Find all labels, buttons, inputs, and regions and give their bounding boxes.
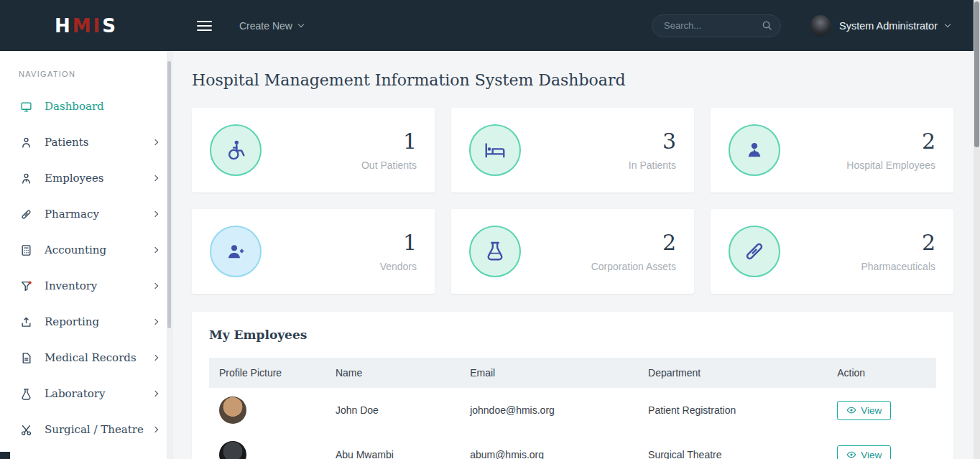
inventory-icon: [20, 280, 34, 292]
sidebar-item-inventory[interactable]: Inventory: [0, 268, 172, 304]
sidebar-item-label: Pharmacy: [45, 208, 99, 221]
stat-card-hospital-employees: 2 Hospital Employees: [711, 108, 953, 193]
user-avatar: [810, 15, 831, 37]
scissors-icon: [20, 424, 34, 436]
stat-label: Hospital Employees: [846, 159, 935, 171]
sidebar-item-patients[interactable]: Patients: [0, 124, 172, 160]
sidebar-item-label: Medical Records: [45, 351, 137, 364]
chevron-right-icon: [152, 247, 158, 253]
table-row: John Doe johndoe@hmis.org Patient Regist…: [209, 388, 936, 432]
eye-icon: [846, 450, 856, 459]
stat-card-vendors: 1 Vendors: [192, 209, 435, 294]
create-new-label: Create New: [239, 20, 292, 32]
sidebar-item-label: Employees: [45, 172, 104, 185]
hamburger-menu-icon[interactable]: [194, 15, 215, 37]
sidebar-item-employees[interactable]: Employees: [0, 160, 172, 196]
col-department: Department: [638, 358, 827, 388]
nav-section-label: NAVIGATION: [0, 51, 172, 88]
page-scrollbar-track[interactable]: [974, 0, 980, 459]
my-employees-panel: My Employees Profile Picture Name Email …: [192, 312, 953, 459]
page-title: Hospital Management Information System D…: [192, 71, 953, 89]
stat-card-corporation-assets: 2 Corporation Assets: [451, 209, 694, 294]
chevron-right-icon: [152, 139, 158, 145]
sidebar-item-dashboard[interactable]: Dashboard: [0, 88, 172, 124]
patients-icon: [20, 136, 34, 149]
employees-icon: [20, 172, 34, 185]
stat-value: 3: [629, 129, 676, 153]
sidebar-item-accounting[interactable]: Accounting: [0, 232, 172, 268]
view-button[interactable]: View: [837, 401, 891, 420]
chevron-down-icon: [298, 21, 304, 27]
medical-records-icon: [20, 352, 34, 364]
employee-avatar: [219, 397, 246, 424]
sidebar-item-label: Inventory: [45, 279, 97, 292]
panel-title: My Employees: [209, 328, 936, 342]
stat-label: Out Patients: [361, 159, 417, 171]
chevron-right-icon: [152, 355, 158, 361]
col-action: Action: [827, 358, 936, 388]
sidebar-item-label: Dashboard: [45, 100, 104, 113]
sidebar-item-surgical-theatre[interactable]: Surgical / Theatre: [0, 412, 172, 448]
employees-table: Profile Picture Name Email Department Ac…: [209, 358, 936, 459]
chevron-down-icon: [945, 21, 951, 27]
chevron-right-icon: [152, 319, 158, 325]
view-button-label: View: [861, 405, 882, 416]
view-button[interactable]: View: [837, 445, 891, 459]
main-content: Hospital Management Information System D…: [172, 51, 980, 459]
stat-value: 2: [861, 231, 936, 254]
chevron-right-icon: [152, 391, 158, 397]
search-icon[interactable]: [762, 20, 772, 34]
stat-card-out-patients: 1 Out Patients: [192, 108, 435, 193]
logo-wrap: HMIS: [0, 15, 172, 37]
employee-name: Abu Mwambi: [325, 432, 460, 459]
stat-label: In Patients: [629, 159, 676, 171]
sidebar-item-label: Accounting: [45, 244, 106, 256]
stat-value: 2: [846, 129, 935, 153]
employee-email: abum@hmis.org: [460, 432, 638, 459]
table-header-row: Profile Picture Name Email Department Ac…: [209, 358, 936, 388]
chevron-right-icon: [152, 211, 158, 217]
sidebar-item-label: Reporting: [45, 315, 99, 328]
table-row: Abu Mwambi abum@hmis.org Surgical Theatr…: [209, 432, 936, 459]
sidebar-item-label: Laboratory: [45, 387, 105, 400]
user-name: System Administrator: [839, 20, 938, 32]
sidebar: NAVIGATION Dashboard Patients Employees: [0, 51, 172, 459]
employee-avatar: [219, 441, 246, 459]
sidebar-bottom-strip: [0, 452, 10, 459]
sidebar-item-laboratory[interactable]: Laboratory: [0, 376, 172, 412]
accounting-icon: [20, 244, 34, 256]
app-logo[interactable]: HMIS: [55, 15, 118, 37]
page-scrollbar-thumb[interactable]: [974, 1, 979, 147]
sidebar-item-reporting[interactable]: Reporting: [0, 304, 172, 340]
stat-label: Corporation Assets: [591, 261, 676, 272]
sidebar-item-label: Surgical / Theatre: [45, 423, 144, 436]
wheelchair-icon: [210, 124, 262, 176]
chevron-right-icon: [152, 283, 158, 289]
laboratory-icon: [20, 388, 34, 400]
stat-value: 1: [380, 231, 417, 254]
employee-icon: [729, 124, 780, 176]
sidebar-scrollbar-track[interactable]: [167, 51, 172, 459]
flask-icon: [469, 226, 521, 277]
employee-email: johndoe@hmis.org: [460, 388, 638, 432]
search-box: [652, 14, 781, 37]
stat-value: 2: [591, 231, 676, 254]
user-menu[interactable]: System Administrator: [810, 15, 950, 37]
stat-value: 1: [361, 129, 417, 153]
stat-label: Pharmaceuticals: [861, 261, 936, 272]
vendors-icon: [210, 226, 262, 277]
col-profile-picture: Profile Picture: [209, 358, 325, 388]
view-button-label: View: [861, 450, 882, 459]
create-new-dropdown[interactable]: Create New: [239, 20, 303, 32]
sidebar-item-medical-records[interactable]: Medical Records: [0, 340, 172, 376]
col-email: Email: [460, 358, 638, 388]
employee-name: John Doe: [325, 388, 460, 432]
chevron-right-icon: [152, 427, 158, 432]
employee-department: Patient Registration: [638, 388, 827, 432]
eye-icon: [846, 405, 856, 415]
sidebar-scrollbar-thumb[interactable]: [167, 61, 171, 328]
chevron-right-icon: [152, 175, 158, 181]
sidebar-item-pharmacy[interactable]: Pharmacy: [0, 196, 172, 232]
topbar: HMIS Create New System Administrator: [0, 0, 980, 51]
pharmacy-icon: [20, 208, 34, 221]
